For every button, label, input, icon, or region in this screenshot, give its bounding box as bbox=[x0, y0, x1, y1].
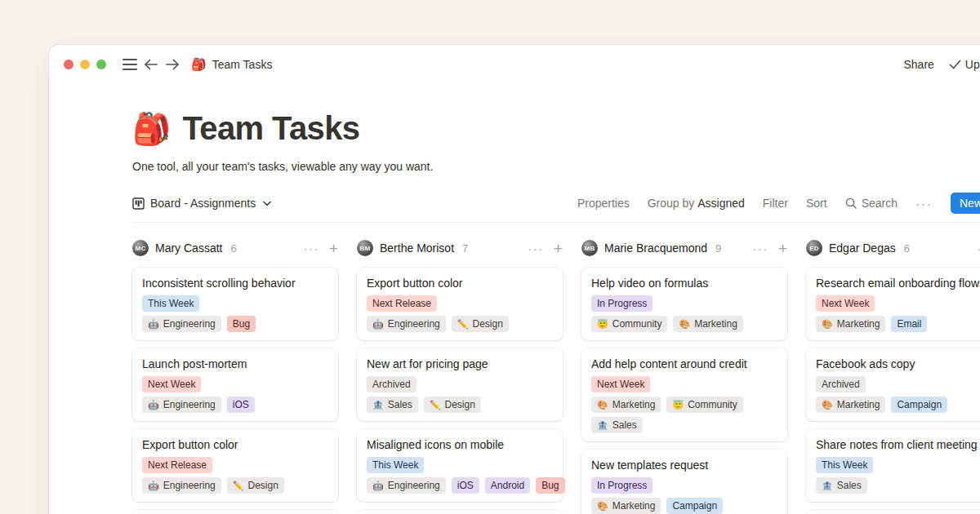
column-more-icon[interactable]: ··· bbox=[528, 242, 544, 255]
badge-label: Engineering bbox=[388, 477, 440, 494]
badge-row: Archived bbox=[367, 376, 553, 392]
badge-design: ✏️Design bbox=[452, 316, 509, 332]
task-card[interactable]: Facebook ads copyArchived🎨MarketingCampa… bbox=[806, 348, 980, 421]
badge-label: Campaign bbox=[672, 498, 717, 514]
nav-back-button[interactable] bbox=[140, 54, 162, 75]
share-button[interactable]: Share bbox=[903, 58, 933, 71]
task-card-title: Research email onboarding flows bbox=[816, 276, 980, 291]
task-card-title: Export button color bbox=[367, 276, 553, 291]
task-card[interactable]: Add help content around creditNext Week🎨… bbox=[581, 348, 787, 441]
task-card[interactable]: New art for pricing pageArchived🏦Sales✏️… bbox=[357, 348, 563, 421]
badge-engineering: 🤖Engineering bbox=[142, 397, 221, 413]
filter-button[interactable]: Filter bbox=[763, 197, 788, 210]
search-button[interactable]: Search bbox=[845, 197, 898, 210]
board-column-2: BMBerthe Morisot7···+Export button color… bbox=[357, 238, 563, 514]
badge-label: iOS bbox=[233, 397, 249, 413]
badge-ios: iOS bbox=[452, 477, 479, 494]
badge-label: Next Week bbox=[597, 376, 644, 392]
badge-row: Next Week bbox=[142, 376, 328, 392]
updates-button[interactable]: Updates bbox=[949, 58, 980, 71]
task-card[interactable]: Help video on formulasIn Progress😇Commun… bbox=[581, 268, 787, 340]
group-by-value: Assigned bbox=[697, 197, 745, 210]
zoom-window-button[interactable] bbox=[96, 60, 106, 69]
close-window-button[interactable] bbox=[64, 60, 74, 69]
page-icon-backpack[interactable]: 🎒 bbox=[132, 113, 171, 144]
task-card[interactable]: Research email onboarding flowsNext Week… bbox=[806, 268, 980, 340]
badge-row: Next Release bbox=[367, 295, 553, 312]
badge-label: In Progress bbox=[597, 295, 647, 312]
task-card[interactable] bbox=[806, 510, 980, 514]
robot-icon: 🤖 bbox=[148, 401, 159, 410]
task-card[interactable]: Misaligned icons on mobileThis Week🤖Engi… bbox=[357, 429, 563, 502]
task-card-title: Export button color bbox=[142, 437, 328, 453]
task-card-title: Help video on formulas bbox=[591, 276, 777, 291]
search-label: Search bbox=[862, 197, 898, 210]
badge-in-progress: In Progress bbox=[591, 477, 653, 494]
column-add-card-icon[interactable]: + bbox=[329, 241, 338, 256]
column-add-card-icon[interactable]: + bbox=[554, 241, 563, 256]
robot-icon: 🤖 bbox=[148, 481, 159, 490]
sidebar-menu-button[interactable] bbox=[119, 54, 140, 75]
task-card-title: Share notes from client meeting bbox=[816, 437, 980, 453]
new-button[interactable]: New bbox=[951, 193, 980, 214]
badge-label: Next Release bbox=[148, 457, 207, 473]
arrow-right-icon bbox=[165, 59, 180, 70]
badge-label: Android bbox=[491, 477, 524, 494]
pencil-icon: ✏️ bbox=[430, 401, 441, 410]
column-actions: ···+ bbox=[977, 241, 980, 256]
badge-row: 🤖EngineeringBug bbox=[142, 316, 328, 332]
palette-icon: 🎨 bbox=[679, 320, 690, 329]
palette-icon: 🎨 bbox=[822, 401, 833, 410]
badge-label: Engineering bbox=[163, 316, 216, 332]
column-header: BMBerthe Morisot7···+ bbox=[357, 238, 563, 258]
window-topbar: 🎒 Team Tasks Share Updates bbox=[49, 45, 980, 84]
task-card[interactable]: New templates requestIn Progress🎨Marketi… bbox=[581, 450, 787, 514]
badge-ios: iOS bbox=[227, 397, 255, 413]
nav-forward-button[interactable] bbox=[162, 54, 183, 75]
task-card[interactable]: Inconsistent scrolling behaviorThis Week… bbox=[132, 268, 338, 340]
task-card[interactable] bbox=[357, 510, 563, 514]
breadcrumb-current-page[interactable]: 🎒 Team Tasks bbox=[191, 57, 272, 72]
badge-label: Next Release bbox=[372, 295, 431, 312]
column-more-icon[interactable]: ··· bbox=[303, 242, 319, 255]
group-by-button[interactable]: Group by Assigned bbox=[648, 197, 745, 210]
more-options-icon[interactable]: ··· bbox=[915, 197, 933, 210]
minimize-window-button[interactable] bbox=[80, 60, 90, 69]
column-more-icon[interactable]: ··· bbox=[977, 242, 980, 255]
badge-design: ✏️Design bbox=[227, 477, 284, 494]
task-card-title: Inconsistent scrolling behavior bbox=[142, 276, 328, 291]
badge-label: Design bbox=[445, 397, 475, 413]
board-column-3: MBMarie Bracquemond9···+Help video on fo… bbox=[581, 238, 787, 514]
palette-icon: 🎨 bbox=[597, 401, 608, 410]
column-assignee-name: Edgar Degas bbox=[829, 241, 896, 255]
column-actions: ···+ bbox=[303, 241, 338, 256]
page-title: Team Tasks bbox=[182, 110, 359, 147]
badge-community: 😇Community bbox=[591, 316, 667, 332]
badge-label: Sales bbox=[837, 477, 862, 494]
group-by-label: Group by bbox=[648, 197, 695, 210]
badge-marketing: 🎨Marketing bbox=[673, 316, 742, 332]
task-card[interactable]: Export button colorNext Release🤖Engineer… bbox=[132, 429, 338, 502]
column-add-card-icon[interactable]: + bbox=[778, 241, 787, 256]
badge-row: 🤖EngineeringiOS bbox=[142, 397, 328, 413]
badge-campaign: Campaign bbox=[891, 397, 947, 413]
badge-row: 😇Community🎨Marketing bbox=[591, 316, 777, 332]
task-card[interactable] bbox=[132, 510, 338, 514]
badge-label: Design bbox=[248, 477, 278, 494]
task-card[interactable]: Export button colorNext Release🤖Engineer… bbox=[357, 268, 563, 340]
sort-button[interactable]: Sort bbox=[806, 197, 827, 210]
badge-next-release: Next Release bbox=[142, 457, 212, 473]
task-card[interactable]: Share notes from client meetingThis Week… bbox=[806, 429, 980, 502]
badge-design: ✏️Design bbox=[424, 397, 481, 413]
avatar: MC bbox=[132, 240, 149, 256]
badge-engineering: 🤖Engineering bbox=[367, 316, 446, 332]
task-card[interactable]: Launch post-mortemNext Week🤖Engineeringi… bbox=[132, 348, 338, 421]
pencil-icon: ✏️ bbox=[457, 320, 469, 329]
view-tab-board[interactable]: Board - Assignments bbox=[132, 197, 271, 210]
badge-sales: 🏦Sales bbox=[367, 397, 418, 413]
badge-marketing: 🎨Marketing bbox=[816, 397, 885, 413]
column-more-icon[interactable]: ··· bbox=[752, 242, 768, 255]
properties-button[interactable]: Properties bbox=[577, 197, 630, 210]
badge-bug: Bug bbox=[227, 316, 256, 332]
bank-icon: 🏦 bbox=[597, 421, 608, 430]
